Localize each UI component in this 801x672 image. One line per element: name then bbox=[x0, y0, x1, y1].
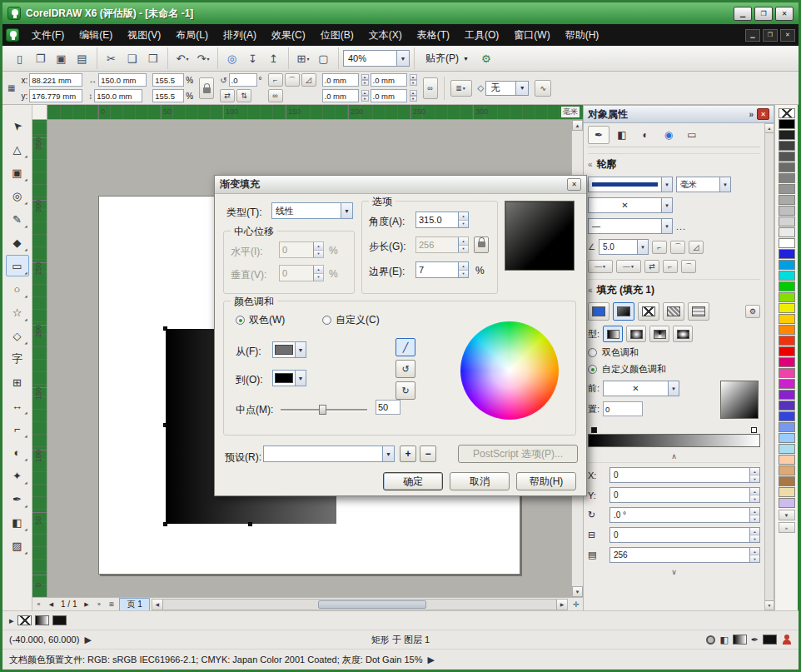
slider-thumb[interactable] bbox=[319, 405, 326, 415]
menu-item[interactable]: 文本(X) bbox=[361, 24, 410, 46]
two-color-radio[interactable]: 双色(W) bbox=[236, 313, 285, 327]
fill-x-input[interactable]: 0 ▲▼ bbox=[609, 467, 760, 483]
menu-item[interactable]: 编辑(E) bbox=[72, 24, 120, 46]
export-icon[interactable]: ↥ bbox=[264, 48, 284, 68]
docker-scrollbar[interactable]: ▲ ▼ bbox=[764, 123, 774, 610]
radial-gradient-button[interactable] bbox=[626, 326, 646, 342]
selection-handle[interactable] bbox=[248, 522, 252, 526]
convert-to-curves-icon[interactable]: ∿ bbox=[535, 80, 551, 97]
direct-blend-button[interactable]: ╱ bbox=[396, 338, 415, 356]
palette-swatch[interactable] bbox=[779, 152, 795, 162]
scrollbar-thumb[interactable] bbox=[318, 600, 426, 609]
eyedropper-tool[interactable]: ✦ ◢ bbox=[6, 465, 29, 486]
custom-color-blend-radio[interactable]: 自定义颜色调和 bbox=[588, 363, 760, 376]
palette-swatch[interactable] bbox=[779, 184, 795, 194]
new-document-icon[interactable]: ▯ bbox=[10, 48, 30, 68]
palette-swatch[interactable] bbox=[779, 314, 795, 324]
current-outline-swatch[interactable] bbox=[763, 635, 777, 645]
menu-item[interactable]: 窗口(W) bbox=[506, 24, 557, 46]
fill-steps-input[interactable]: 256 ▲▼ bbox=[609, 547, 760, 563]
palette-swatch[interactable] bbox=[779, 422, 795, 432]
menu-item[interactable]: 排列(A) bbox=[216, 24, 264, 46]
close-docker-icon[interactable]: ✕ bbox=[757, 108, 769, 120]
scroll-right-icon[interactable]: ▶ bbox=[556, 600, 567, 610]
palette-swatch[interactable] bbox=[779, 227, 795, 237]
palette-swatch[interactable] bbox=[779, 249, 795, 259]
scroll-down-icon[interactable]: ▼ bbox=[572, 586, 583, 597]
gradient-type-combo[interactable]: 线性▼ bbox=[271, 202, 353, 219]
doc-restore-button[interactable]: ❐ bbox=[763, 29, 778, 42]
lock-ratio-icon[interactable] bbox=[199, 77, 214, 99]
cut-icon[interactable]: ✂ bbox=[102, 48, 122, 68]
gradient-stop-start[interactable] bbox=[591, 427, 597, 433]
collapse-docker-icon[interactable]: » bbox=[749, 110, 754, 119]
ok-button[interactable]: 确定 bbox=[383, 472, 443, 490]
options-icon[interactable]: ⚙ bbox=[476, 48, 496, 68]
palette-swatch[interactable] bbox=[779, 260, 795, 270]
y-position-field[interactable]: 176.779 mm bbox=[29, 89, 82, 102]
edit-corners-together-icon[interactable]: ∞ bbox=[423, 77, 438, 99]
x-position-field[interactable]: 88.221 mm bbox=[29, 73, 82, 87]
two-color-blend-radio[interactable]: 双色调和 bbox=[588, 346, 760, 359]
palette-scroll-down-icon[interactable]: ▼ bbox=[779, 510, 795, 520]
palette-swatch[interactable] bbox=[779, 303, 795, 313]
bevel-corner-icon[interactable]: ◿ bbox=[689, 241, 704, 254]
menu-item[interactable]: 效果(C) bbox=[264, 24, 313, 46]
gradient-preview[interactable] bbox=[505, 201, 575, 271]
palette-swatch[interactable] bbox=[779, 130, 795, 140]
round-corner-icon[interactable]: ⌐ bbox=[268, 73, 283, 87]
palette-swatch[interactable] bbox=[779, 465, 795, 475]
conical-gradient-button[interactable] bbox=[649, 326, 669, 342]
navigator-icon[interactable]: ✛ bbox=[570, 599, 583, 610]
restore-button[interactable]: ❐ bbox=[754, 7, 773, 21]
add-preset-button[interactable]: + bbox=[400, 446, 416, 462]
horizontal-ruler[interactable]: 050100150200250300 毫米 bbox=[47, 105, 583, 120]
title-bar[interactable]: CorelDRAW X6 (评估版) - [未命名 -1] ▁ ❐ ✕ bbox=[2, 2, 799, 24]
scalloped-corner-icon[interactable]: ⌒ bbox=[285, 73, 300, 87]
corner-radius-br-field[interactable]: .0 mm bbox=[371, 89, 407, 102]
shape-tool[interactable]: △ ◢ bbox=[6, 138, 29, 160]
status-expand-icon[interactable]: ▶ bbox=[84, 635, 91, 645]
palette-flyout-icon[interactable]: » bbox=[779, 522, 795, 533]
scale-v-field[interactable]: 155.5 bbox=[152, 89, 184, 102]
dialog-title-bar[interactable]: 渐变填充 ✕ bbox=[215, 176, 586, 194]
freehand-tool[interactable]: ✎ ◢ bbox=[6, 208, 29, 230]
scroll-up-icon[interactable]: ▲ bbox=[572, 120, 583, 131]
application-launcher-icon[interactable]: ⊞▾ bbox=[293, 48, 313, 68]
outline-pen-tool[interactable]: ✒ ◢ bbox=[6, 488, 29, 510]
round-cap-icon[interactable]: ⌒ bbox=[681, 260, 696, 273]
docker-title-bar[interactable]: 对象属性 » ✕ bbox=[583, 105, 774, 123]
palette-swatch[interactable] bbox=[779, 476, 795, 486]
palette-swatch[interactable] bbox=[779, 119, 795, 129]
palette-swatch[interactable] bbox=[779, 401, 795, 411]
relative-corner-scaling-icon[interactable]: ∞ bbox=[268, 89, 283, 102]
color-wheel[interactable] bbox=[460, 321, 559, 420]
arrow-start-button[interactable]: —▼ bbox=[588, 260, 613, 273]
next-page-icon[interactable]: ▶ bbox=[80, 599, 92, 610]
palette-swatch[interactable] bbox=[779, 206, 795, 216]
scroll-left-icon[interactable]: ◀ bbox=[152, 600, 163, 610]
document-tab[interactable]: ◉ bbox=[658, 126, 679, 144]
fountain-fill-button[interactable] bbox=[613, 302, 634, 321]
fill-angle-input[interactable]: .0 ° ▲▼ bbox=[609, 507, 760, 523]
palette-swatch[interactable] bbox=[779, 162, 795, 172]
cancel-button[interactable]: 取消 bbox=[450, 472, 510, 490]
interactive-fill-tool[interactable]: ▨ ◢ bbox=[6, 535, 29, 556]
presets-combo[interactable]: ▼ bbox=[263, 446, 395, 462]
palette-swatch[interactable] bbox=[779, 357, 795, 367]
horizontal-scrollbar[interactable]: ◀ ▶ bbox=[152, 599, 568, 610]
object-width-field[interactable]: 150.0 mm bbox=[98, 73, 147, 87]
pick-tool[interactable]: ➤ bbox=[6, 115, 29, 137]
menu-item[interactable]: 文件(F) bbox=[24, 24, 72, 46]
fill-tab[interactable]: ◧ bbox=[611, 126, 633, 144]
menu-item[interactable]: 帮助(H) bbox=[558, 24, 607, 46]
add-page-icon[interactable]: ⊞ bbox=[105, 599, 117, 610]
clockwise-blend-button[interactable]: ↻ bbox=[396, 381, 415, 400]
butt-cap-icon[interactable]: ⌐ bbox=[663, 260, 678, 273]
fill-preview[interactable] bbox=[720, 381, 759, 419]
vertical-ruler[interactable]: 350300250200150100500 bbox=[32, 120, 47, 597]
swap-arrows-icon[interactable]: ⇄ bbox=[644, 260, 659, 273]
chamfered-corner-icon[interactable]: ◿ bbox=[301, 73, 316, 87]
smart-fill-tool[interactable]: ◆ ◢ bbox=[6, 231, 29, 253]
print-icon[interactable]: ▤ bbox=[72, 48, 92, 68]
